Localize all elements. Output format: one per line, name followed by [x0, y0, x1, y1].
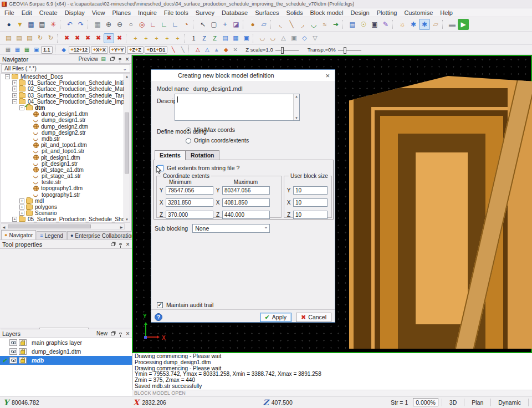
play-macro-icon[interactable]: ▶	[458, 19, 469, 30]
tree-item-pit-stage-a1-dtm[interactable]: pit_stage_a1.dtm	[1, 167, 124, 173]
nav-button-z-z[interactable]: +Z +Z	[127, 46, 144, 54]
min-x-input[interactable]: 3281.850	[166, 198, 213, 207]
nav-button-x-x[interactable]: +X +X	[91, 46, 108, 54]
menu-item-edit[interactable]: Edit	[22, 9, 32, 16]
delete-window-icon[interactable]: ✖	[104, 33, 114, 43]
data-markers-icon[interactable]: ◎	[136, 19, 147, 30]
nav-button-d1-d1[interactable]: +D1+D1	[145, 46, 168, 54]
open-project-icon[interactable]: ●	[3, 19, 14, 30]
zoom-out-icon[interactable]: ⊖	[114, 19, 125, 30]
menu-item-design[interactable]: Design	[350, 9, 369, 16]
curve-tool-icon[interactable]: ◡	[257, 33, 268, 43]
diamond-tool-icon[interactable]: ◇	[299, 33, 310, 43]
string-segment-icon[interactable]: ◟	[275, 19, 286, 30]
scroll-down-icon[interactable]: ▼	[294, 116, 299, 120]
notes-icon[interactable]: ▤	[347, 19, 358, 30]
delete-range-icon[interactable]: ✖	[93, 33, 104, 43]
preview-icon[interactable]: ▤	[100, 56, 107, 63]
block-size-y-input[interactable]: 10	[293, 186, 328, 195]
lock-icon[interactable]	[19, 348, 27, 355]
expand-icon[interactable]: +	[19, 198, 24, 203]
scroll-down-icon[interactable]: ▼	[124, 217, 130, 222]
tree-item-mdb-str[interactable]: ◡mdb.str	[1, 136, 124, 142]
pin-panel-icon[interactable]	[119, 333, 122, 334]
visibility-eye-icon[interactable]	[9, 348, 17, 355]
insert-segment-icon[interactable]: +	[141, 33, 151, 43]
tree-item-dump-design2-str[interactable]: ◡dump_design2.str	[1, 130, 124, 136]
tab-navigator[interactable]: ●Navigator	[1, 230, 36, 239]
render-solid-icon[interactable]: ✱	[408, 19, 419, 30]
plan-grid-green-icon[interactable]: ▦	[22, 46, 32, 54]
tab-legend[interactable]: ≡Legend	[37, 231, 66, 239]
nav-button-y-y[interactable]: +Y +Y	[109, 46, 126, 54]
delete-point-icon[interactable]: ✖	[62, 33, 72, 43]
expand-icon[interactable]: +	[12, 80, 17, 85]
section-plane-icon[interactable]: ▱	[258, 19, 269, 30]
menu-item-create[interactable]: Create	[39, 9, 58, 16]
triangle-shaded-icon[interactable]: ▲	[212, 46, 221, 54]
tree-item-04-surface-production-schedule-improv[interactable]: −04_Surface_Production_Schedule_Improv	[1, 99, 124, 105]
tree-item-dtm[interactable]: −dtm	[1, 105, 124, 111]
layer-row-mdb[interactable]: ✔mdb	[0, 356, 132, 365]
float-panel-icon[interactable]	[111, 243, 115, 246]
scrollbar-thumb[interactable]	[125, 113, 129, 174]
menu-item-display[interactable]: Display	[65, 9, 85, 16]
view-plane-icon[interactable]: ◪	[231, 19, 242, 30]
window-icon[interactable]: ▣	[32, 46, 41, 54]
menu-item-help[interactable]: Help	[440, 9, 453, 16]
minmax-coords-radio[interactable]: Min/Max coords	[186, 126, 235, 133]
tree-item-pit-design1-str[interactable]: ◡pit_design1.str	[1, 161, 124, 167]
cursor-icon[interactable]: ↖	[197, 19, 208, 30]
expand-tool-icon[interactable]: ▽	[310, 33, 320, 43]
preview-label[interactable]: Preview	[78, 56, 98, 62]
pin-panel-icon[interactable]	[119, 58, 121, 60]
scroll-up-icon[interactable]: ▲	[124, 74, 130, 79]
insert-range-icon[interactable]: +	[162, 33, 172, 43]
reset-graphics-icon[interactable]: ✳	[48, 19, 59, 30]
insert-window-icon[interactable]: +	[172, 33, 183, 43]
min-y-input[interactable]: 79547.056	[166, 186, 213, 195]
scroll-right-icon[interactable]: ▶	[119, 225, 124, 230]
view-xz-icon[interactable]: ∟	[158, 19, 170, 30]
triangle-red-icon[interactable]: △	[193, 46, 202, 54]
lock-icon[interactable]	[19, 339, 27, 346]
nav-button-12-12[interactable]: +12+12	[69, 46, 90, 54]
select-mode-icon[interactable]: ▢	[208, 19, 219, 30]
max-y-input[interactable]: 80347.056	[222, 186, 270, 195]
string-close-icon[interactable]: ➔	[330, 19, 341, 30]
z-assign-icon[interactable]: Z	[199, 33, 209, 43]
plan-grid-icon[interactable]: ▦	[3, 46, 13, 54]
zoom-in-icon[interactable]: ⊕	[103, 19, 114, 30]
rotate-view-icon[interactable]: ◔	[181, 19, 192, 30]
delete-copy-icon[interactable]: ✖	[114, 33, 125, 43]
tab-enterprise-collaboration[interactable]: ●Enterprise Collaboration	[67, 231, 138, 239]
file-filter-dropdown[interactable]: All Files (.*.*) ⌄	[1, 64, 130, 73]
light-icon[interactable]: ☼	[397, 19, 408, 30]
undo-icon[interactable]: ↶	[64, 19, 75, 30]
expand-icon[interactable]: +	[12, 217, 17, 222]
gem-icon[interactable]: ◆	[221, 46, 231, 54]
z-scale-slider[interactable]	[275, 47, 302, 53]
triangle-tool-icon[interactable]: △	[278, 33, 289, 43]
new-layer-button[interactable]: New	[96, 330, 108, 336]
visibility-eye-icon[interactable]	[9, 339, 17, 346]
transparency-slider[interactable]	[338, 47, 365, 53]
menu-item-file[interactable]: File	[4, 9, 14, 16]
maintain-audit-checkbox[interactable]: ✔ Maintain audit trail	[157, 302, 213, 308]
mode-plan[interactable]: Plan	[472, 399, 483, 406]
menu-item-surfaces[interactable]: Surfaces	[255, 9, 279, 16]
scale-chip[interactable]: 1.1	[41, 46, 53, 54]
save-as-icon[interactable]: ▼	[14, 19, 25, 30]
pin-panel-icon[interactable]	[119, 243, 122, 245]
block-size-z-input[interactable]: 10	[293, 211, 328, 219]
insert-string-icon[interactable]: +	[151, 33, 162, 43]
string-polyline-icon[interactable]: ◞	[297, 19, 308, 30]
tree-item-mdl[interactable]: +mdl	[1, 198, 124, 204]
layer-row-main-graphics-layer[interactable]: main graphics layer	[0, 338, 132, 347]
min-z-input[interactable]: 370.000	[166, 211, 213, 219]
menu-item-inquire[interactable]: Inquire	[138, 9, 157, 16]
tree-horizontal-scrollbar[interactable]: ◀ ▶	[1, 223, 125, 230]
tree-item-pit-and-topo1-str[interactable]: ◡pit_and_topo1.str	[1, 148, 124, 154]
string-curve-icon[interactable]: ◡	[308, 19, 319, 30]
description-scrollbar[interactable]: ▲ ▼	[293, 94, 299, 120]
